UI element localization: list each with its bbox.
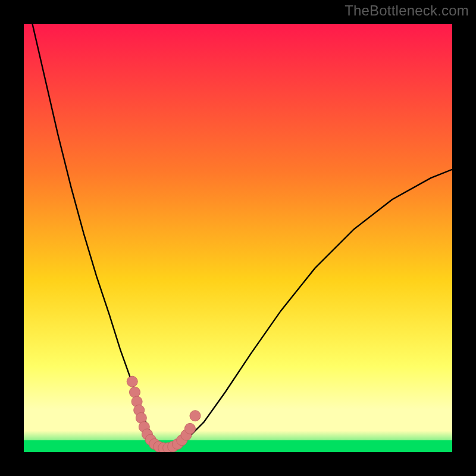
green-band (24, 440, 452, 452)
sample-dot (130, 387, 140, 397)
sample-dot (127, 376, 137, 387)
sample-dot (190, 411, 201, 421)
sample-dot (184, 423, 195, 434)
plot-area (24, 24, 452, 452)
chart-frame: TheBottleneck.com (0, 0, 476, 476)
plot-background (24, 24, 452, 452)
plot-svg (24, 24, 452, 452)
watermark-text: TheBottleneck.com (345, 2, 469, 19)
